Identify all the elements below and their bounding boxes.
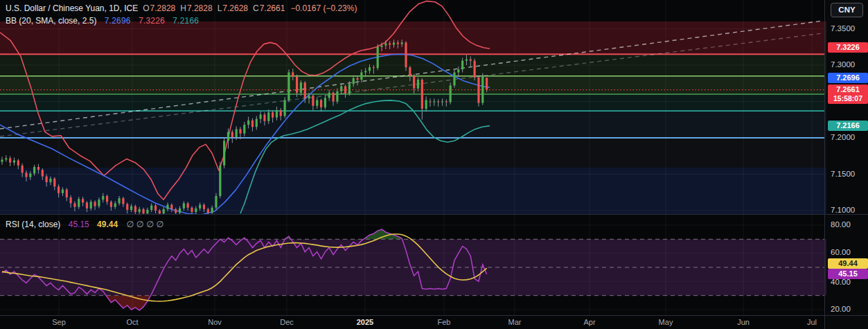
candle-body	[393, 42, 395, 44]
candle-body	[437, 102, 439, 103]
candle-body	[82, 199, 84, 202]
candle-body	[457, 69, 459, 72]
main-pane	[0, 1, 826, 218]
candle-body	[284, 100, 286, 116]
candle-body	[110, 202, 112, 206]
candle-body	[46, 177, 48, 182]
candle-body	[272, 112, 274, 117]
time-axis-label: Apr	[583, 318, 595, 326]
candle-body	[21, 166, 24, 173]
candle-body	[373, 67, 375, 68]
candle-body	[324, 98, 326, 107]
candle-body	[170, 205, 172, 209]
candle-body	[251, 121, 254, 127]
candle-body	[9, 158, 11, 162]
candle-body	[5, 158, 7, 159]
candle-body	[397, 42, 399, 44]
candle-body	[236, 129, 238, 137]
candle-body	[199, 205, 201, 208]
candle-body	[320, 100, 322, 107]
pane-separator[interactable]	[0, 214, 868, 215]
candle-body	[134, 206, 136, 212]
candle-body	[17, 161, 19, 166]
bb-label[interactable]: BB (20, SMA, close, 2.5)	[6, 16, 96, 26]
candle-body	[139, 209, 141, 212]
candle-body	[159, 211, 161, 213]
candle-body	[49, 179, 51, 182]
candle-body	[308, 96, 310, 98]
candle-body	[195, 208, 197, 212]
candle-body	[477, 78, 479, 103]
rsi-indicator-legend[interactable]: RSI (14, close) 45.15 49.44 ∅ ∅ ∅ ∅	[6, 219, 163, 229]
time-axis-label: Feb	[438, 318, 451, 326]
candle-body	[263, 114, 265, 121]
axis-price-badge: 45.15	[828, 269, 868, 279]
price-zone	[0, 138, 826, 168]
time-axis-label: Sep	[52, 318, 66, 326]
candle-body	[163, 209, 165, 213]
candle-body	[239, 129, 241, 133]
candle-body	[340, 86, 342, 91]
bb-upper-value: 7.3226	[139, 16, 165, 26]
candle-body	[102, 196, 104, 199]
candle-body	[267, 112, 269, 121]
candle-body	[425, 100, 427, 109]
low-value: 7.2628	[222, 3, 248, 13]
candle-body	[106, 196, 108, 202]
candle-body	[42, 170, 44, 176]
bb-indicator-legend[interactable]: BB (20, SMA, close, 2.5) 7.2696 7.3226 7…	[6, 16, 199, 26]
time-axis-label: Jul	[807, 318, 817, 326]
time-axis-label: Mar	[508, 318, 522, 326]
time-axis-label: May	[659, 318, 673, 326]
candle-body	[98, 199, 100, 206]
candle-body	[276, 110, 278, 118]
candle-body	[332, 93, 334, 102]
axis-label: 60.00	[831, 248, 851, 256]
open-value: 7.2828	[150, 3, 176, 13]
time-axis-label: Oct	[126, 318, 138, 326]
candle-body	[207, 209, 209, 213]
candle-body	[356, 78, 358, 80]
candle-body	[33, 167, 35, 173]
symbol-title[interactable]: U.S. Dollar / Chinese Yuan, 1D, ICE	[6, 3, 138, 13]
price-axis[interactable]: CNY 7.35007.30007.20007.15007.100080.006…	[826, 0, 868, 329]
candle-body	[377, 47, 379, 68]
candle-body	[187, 204, 189, 208]
candle-body	[260, 114, 262, 118]
candle-body	[126, 204, 128, 210]
candle-body	[62, 190, 64, 193]
axis-price-badge: 7.3226	[828, 42, 868, 53]
candle-body	[215, 196, 217, 208]
candle-body	[29, 173, 31, 177]
symbol-legend[interactable]: U.S. Dollar / Chinese Yuan, 1D, ICEO7.28…	[6, 3, 357, 13]
price-zone	[0, 21, 826, 54]
currency-button[interactable]: CNY	[831, 3, 863, 17]
axis-price-badge: 7.266115:58:07	[828, 85, 868, 104]
time-axis-separator[interactable]	[0, 315, 868, 316]
rsi-label[interactable]: RSI (14, close)	[6, 220, 60, 229]
price-zone	[0, 94, 826, 111]
chart-canvas[interactable]: SepOctNovDec2025FebMarAprMayJunJul	[0, 0, 826, 329]
candle-body	[441, 102, 443, 103]
candle-body	[150, 206, 152, 210]
candle-body	[389, 44, 391, 45]
candle-body	[66, 190, 68, 198]
candle-body	[445, 102, 448, 103]
candle-body	[300, 82, 302, 93]
candle-body	[86, 202, 88, 208]
high-value: 7.2828	[187, 3, 213, 13]
candle-body	[70, 197, 72, 203]
axis-label: 7.3000	[831, 60, 855, 69]
candle-body	[470, 60, 472, 61]
candle-body	[360, 73, 362, 80]
candle-body	[450, 85, 452, 102]
bb-basis-value: 7.2696	[105, 16, 131, 26]
price-axis-separator[interactable]	[824, 0, 825, 329]
candle-body	[429, 102, 431, 103]
time-axis-label: Nov	[208, 318, 222, 326]
candle-body	[243, 125, 245, 134]
candle-body	[316, 100, 318, 105]
axis-label: 7.2000	[831, 133, 855, 141]
candle-body	[73, 204, 76, 207]
axis-label: 7.1000	[831, 206, 855, 214]
